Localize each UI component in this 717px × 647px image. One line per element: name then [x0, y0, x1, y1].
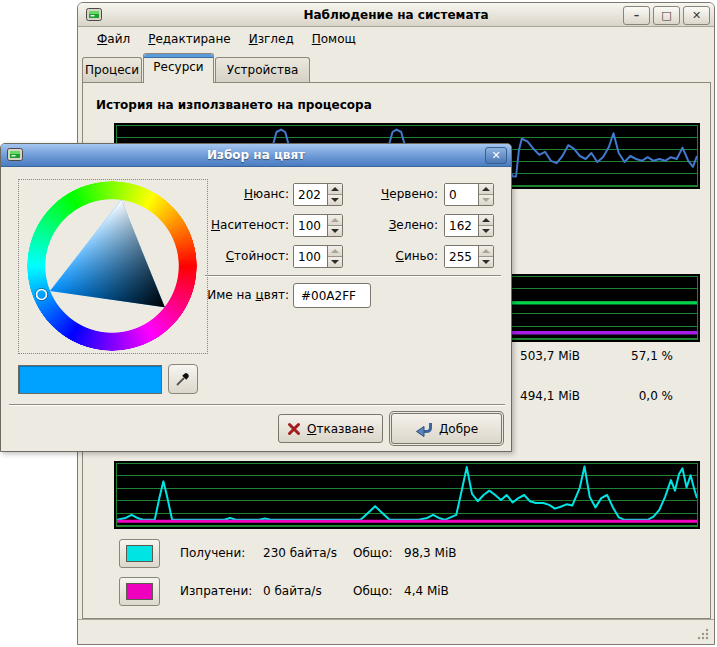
menu-edit[interactable]: Редактиране — [139, 28, 240, 50]
green-input[interactable] — [445, 215, 478, 236]
red-label: Червено: — [353, 183, 438, 206]
received-rate: 230 байта/s — [263, 539, 337, 568]
blue-input[interactable] — [445, 246, 478, 267]
fields-separator — [205, 275, 501, 277]
hue-up-icon[interactable] — [328, 184, 342, 194]
blue-spinner — [444, 245, 494, 268]
window-titlebar[interactable]: Наблюдение на системата – □ ✕ — [78, 3, 714, 27]
saturation-spinner — [293, 214, 343, 237]
cancel-x-icon — [287, 422, 301, 436]
color-name-field — [293, 283, 371, 308]
value-input[interactable] — [294, 246, 327, 267]
value-up-icon[interactable] — [328, 246, 342, 256]
saturation-up-icon[interactable] — [328, 215, 342, 225]
blue-label: Синьо: — [353, 245, 438, 268]
menubar: Файл Редактиране Изглед Помощ — [80, 28, 712, 50]
swap-value: 494,1 MiB — [520, 389, 580, 403]
tab-devices[interactable]: Устройства — [215, 57, 310, 83]
swap-percent: 0,0 % — [603, 389, 673, 403]
sv-triangle[interactable] — [27, 181, 197, 351]
ok-enter-icon — [415, 421, 433, 437]
eyedropper-icon — [175, 371, 191, 387]
green-spinner — [444, 214, 494, 237]
green-label: Зелено: — [353, 214, 438, 237]
color-wheel[interactable] — [18, 179, 208, 354]
green-up-icon[interactable] — [479, 215, 493, 225]
current-color-swatch — [18, 365, 162, 394]
cancel-button[interactable]: Отказване — [278, 414, 383, 443]
menu-help[interactable]: Помощ — [303, 28, 365, 50]
red-input[interactable] — [445, 184, 478, 205]
minimize-icon[interactable]: – — [623, 6, 650, 25]
hue-label: Нюанс: — [181, 183, 289, 206]
sent-color-button[interactable] — [119, 577, 160, 606]
dialog-close-icon[interactable]: ✕ — [485, 147, 507, 164]
menu-view[interactable]: Изглед — [240, 28, 303, 50]
hue-spinner — [293, 183, 343, 206]
dialog-title: Избор на цвят — [1, 144, 511, 166]
received-color-chip — [126, 545, 153, 562]
value-spinner — [293, 245, 343, 268]
received-label: Получени: — [180, 539, 245, 568]
sent-rate: 0 байта/s — [263, 577, 322, 606]
hue-down-icon[interactable] — [328, 194, 342, 205]
saturation-label: Наситеност: — [181, 214, 289, 237]
network-graph — [114, 461, 700, 529]
window-title: Наблюдение на системата — [78, 3, 714, 26]
dialog-titlebar[interactable]: Избор на цвят ✕ — [1, 144, 511, 167]
eyedropper-button[interactable] — [168, 364, 198, 394]
blue-down-icon[interactable] — [479, 256, 493, 267]
red-down-icon[interactable] — [479, 194, 493, 205]
ok-button[interactable]: Добре — [391, 413, 502, 444]
close-icon[interactable]: ✕ — [683, 6, 710, 25]
saturation-input[interactable] — [294, 215, 327, 236]
menu-file[interactable]: Файл — [88, 28, 139, 50]
resize-grip-icon[interactable] — [696, 627, 709, 640]
blue-up-icon[interactable] — [479, 246, 493, 256]
tab-resources[interactable]: Ресурси — [143, 53, 214, 83]
sent-total: 4,4 MiB — [404, 577, 449, 606]
sent-label: Изпратени: — [180, 577, 252, 606]
red-up-icon[interactable] — [479, 184, 493, 194]
hue-input[interactable] — [294, 184, 327, 205]
color-name-input[interactable] — [294, 284, 370, 307]
saturation-down-icon[interactable] — [328, 225, 342, 236]
green-down-icon[interactable] — [479, 225, 493, 236]
memory-percent: 57,1 % — [603, 349, 673, 363]
network-sent-line — [117, 464, 697, 526]
maximize-icon[interactable]: □ — [653, 6, 680, 25]
color-name-label: Име на цвят: — [181, 283, 289, 308]
value-down-icon[interactable] — [328, 256, 342, 267]
cpu-section-title: История на използването на процесора — [96, 98, 372, 112]
buttons-separator — [9, 404, 505, 406]
received-total-label: Общо: — [353, 539, 393, 568]
cancel-label: Отказване — [307, 422, 374, 436]
statusbar — [78, 619, 714, 645]
memory-value: 503,7 MiB — [520, 349, 580, 363]
received-color-button[interactable] — [119, 539, 160, 568]
color-picker-dialog: Избор на цвят ✕ Нюанс: Наситеност: — [0, 143, 512, 452]
sent-color-chip — [126, 583, 153, 600]
hue-selector[interactable] — [37, 290, 47, 300]
tab-processes[interactable]: Процеси — [82, 57, 142, 83]
sent-total-label: Общо: — [353, 577, 393, 606]
received-total: 98,3 MiB — [404, 539, 456, 568]
ok-label: Добре — [439, 422, 478, 436]
value-label: Стойност: — [181, 245, 289, 268]
red-spinner — [444, 183, 494, 206]
